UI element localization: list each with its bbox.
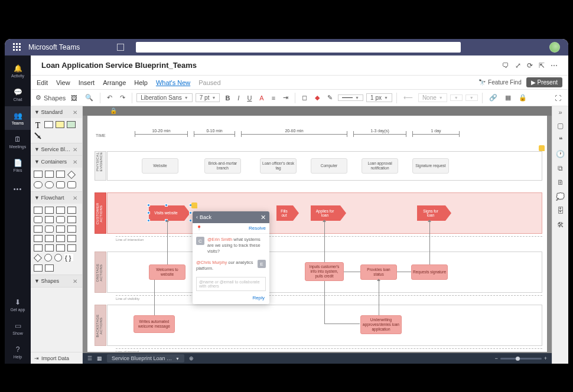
undo-button[interactable]: ↶ [105,93,115,103]
present-button[interactable]: ▶ Present [526,77,562,87]
search-input[interactable] [136,42,461,53]
evidence-box[interactable]: Computer [311,158,347,174]
feature-find[interactable]: 🔭Feature Find [478,79,522,86]
close-icon[interactable]: ✕ [71,159,79,165]
arrow-end-select[interactable]: ▼ [465,94,478,101]
search-button[interactable]: 🔍 [83,93,96,103]
page-icon[interactable]: ▢ [556,122,565,130]
align-button[interactable]: ≡ [269,93,278,103]
popout-icon[interactable] [117,44,124,51]
menu-view[interactable]: View [56,79,70,86]
flowchart-shape[interactable] [67,216,76,223]
palette-service-header[interactable]: ▼ Service Blu…✕ [31,143,82,155]
sticky-note[interactable] [191,202,197,208]
list-view-icon[interactable]: ☰ [87,355,92,361]
diamond-shape[interactable] [67,171,76,179]
underline-button[interactable]: U [245,93,254,103]
rail-show[interactable]: ▭Show [5,316,31,340]
menu-arrange[interactable]: Arrange [103,79,126,86]
comment-reply-input[interactable]: @name or @email to collaborate with othe… [196,277,266,291]
flowchart-shape[interactable] [34,216,43,223]
arrow-start-select[interactable]: ▼ [450,94,463,101]
rail-files[interactable]: 📄Files [5,153,31,177]
collapse-panel-button[interactable]: » [558,109,562,116]
sticky-note[interactable] [539,145,545,151]
flowchart-shape[interactable] [56,207,65,214]
flowchart-shape[interactable] [67,207,76,214]
speech-icon[interactable]: 💭 [556,192,565,201]
rounded-shape[interactable] [56,181,65,188]
note-shape[interactable] [56,121,64,128]
palette-shapes-header[interactable]: ▼ Shapes✕ [31,275,82,287]
rail-getapp[interactable]: ⬇Get app [5,293,31,316]
clock-icon[interactable]: 🕐 [556,150,565,158]
menu-edit[interactable]: Edit [37,79,48,86]
fill-color-button[interactable]: ◆ [312,93,322,103]
flowchart-shape[interactable] [56,216,65,223]
close-icon[interactable]: ✕ [71,109,79,116]
more-icon[interactable]: ⋯ [551,61,558,70]
flowchart-shape[interactable] [34,207,43,214]
shape-fill-button[interactable]: ◻ [299,93,310,103]
pill-shape[interactable] [34,181,43,188]
zoom-in-button[interactable]: + [544,355,547,361]
shapes-button[interactable]: ⚙Shapes [35,94,66,102]
line-end-button[interactable]: ⟵ [401,93,415,103]
rail-activity[interactable]: 🔔Activity [5,59,31,83]
flowchart-shape[interactable] [45,244,54,251]
palette-standard-header[interactable]: ▼ Standard✕ [31,106,82,118]
flowchart-shape[interactable] [34,226,43,233]
redo-button[interactable]: ↷ [118,93,128,103]
close-icon[interactable]: ✕ [71,278,79,285]
palette-containers-header[interactable]: ▼ Containers✕ [31,156,82,168]
menu-insert[interactable]: Insert [79,79,95,86]
rect-shape[interactable] [44,121,53,128]
menu-help[interactable]: Help [134,79,148,86]
link-button[interactable]: 🔗 [487,93,500,103]
container-shape[interactable] [45,171,54,178]
image-button[interactable]: 🖼 [69,93,80,103]
backstage-box[interactable]: Writes automated welcome message [134,315,175,333]
pill-shape[interactable] [45,181,54,188]
flowchart-shape[interactable]: { } [64,254,73,261]
onstage-box[interactable]: Provides loan status [360,264,397,280]
flowchart-shape[interactable] [34,254,42,262]
customer-arrow[interactable]: Signs for loan [417,205,445,221]
comment-back-button[interactable]: ‹Back [196,214,211,220]
flowchart-shape[interactable] [34,244,43,251]
flowchart-shape[interactable] [56,235,65,242]
customer-arrow[interactable]: Fills out [276,205,293,221]
bold-button[interactable]: B [223,93,232,103]
resolve-button[interactable]: Resolve [249,226,266,231]
line-style-select[interactable]: ▼ [338,94,363,101]
text-shape[interactable]: T [34,121,42,129]
backstage-box[interactable]: Underwriting approves/denies loan applic… [360,315,402,334]
fullscreen-button[interactable]: ⛶ [552,93,564,103]
layers-icon[interactable]: ⧉ [556,164,565,172]
menu-whatsnew[interactable]: What's New [156,79,190,86]
flowchart-shape[interactable] [34,264,43,272]
add-page-button[interactable]: ⊕ [189,355,194,361]
flowchart-shape[interactable] [56,244,65,251]
rail-help[interactable]: ?Help [5,340,31,364]
text-color-button[interactable]: A [257,93,266,103]
indent-button[interactable]: ⇥ [281,93,291,103]
block-shape[interactable] [67,121,76,128]
rail-more[interactable]: ••• [5,177,31,201]
import-data-button[interactable]: ⇥Import Data [31,352,82,364]
rounded-shape[interactable] [67,181,76,188]
flowchart-shape[interactable] [56,226,65,233]
data-icon[interactable]: 🗄 [556,207,565,215]
flowchart-shape[interactable] [67,226,76,233]
quote-icon[interactable]: ❝ [556,136,565,144]
pin-icon[interactable]: 📍 [196,226,202,231]
canvas[interactable]: TIME 10-20 min 0-10 min 20-60 min 1-3 da… [87,116,547,352]
stroke-select[interactable]: 1 px▼ [366,93,392,102]
flowchart-shape[interactable] [44,254,52,262]
container-shape[interactable] [34,171,43,178]
menu-paused[interactable]: Paused [198,79,220,86]
collapse-icon[interactable]: ⤢ [515,61,521,70]
palette-flowchart-header[interactable]: ▼ Flowchart✕ [31,192,82,204]
customer-arrow[interactable]: Applies for loan [311,205,340,221]
font-select[interactable]: Liberation Sans▼ [136,93,192,102]
